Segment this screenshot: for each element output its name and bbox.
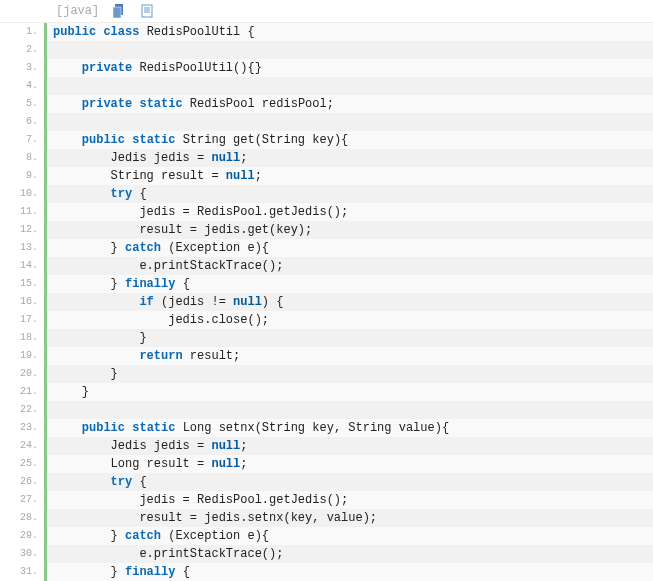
code-line: 17. jedis.close(); [0,311,653,329]
code-content: public static Long setnx(String key, Str… [47,419,449,437]
code-content: e.printStackTrace(); [47,545,283,563]
line-number: 1. [0,23,44,41]
code-content: } catch (Exception e){ [47,527,269,545]
code-lines: 1.public class RedisPoolUtil {2.3. priva… [0,23,653,581]
code-line: 12. result = jedis.get(key); [0,221,653,239]
code-content: private RedisPoolUtil(){} [47,59,262,77]
code-content: } [47,365,118,383]
code-line: 11. jedis = RedisPool.getJedis(); [0,203,653,221]
code-line: 13. } catch (Exception e){ [0,239,653,257]
line-number: 4. [0,77,44,95]
line-number: 10. [0,185,44,203]
code-content: return result; [47,347,240,365]
code-line: 8. Jedis jedis = null; [0,149,653,167]
code-content: if (jedis != null) { [47,293,283,311]
line-number: 15. [0,275,44,293]
code-line: 20. } [0,365,653,383]
code-line: 1.public class RedisPoolUtil { [0,23,653,41]
code-content [47,77,53,95]
code-content: private static RedisPool redisPool; [47,95,334,113]
code-line: 2. [0,41,653,59]
line-number: 18. [0,329,44,347]
code-line: 9. String result = null; [0,167,653,185]
code-content: jedis = RedisPool.getJedis(); [47,491,348,509]
code-content: Long result = null; [47,455,247,473]
code-content: jedis.close(); [47,311,269,329]
code-line: 23. public static Long setnx(String key,… [0,419,653,437]
code-line: 19. return result; [0,347,653,365]
code-content: try { [47,473,147,491]
line-number: 20. [0,365,44,383]
code-content: Jedis jedis = null; [47,149,247,167]
code-line: 6. [0,113,653,131]
code-line: 4. [0,77,653,95]
code-content: } finally { [47,563,190,581]
code-line: 29. } catch (Exception e){ [0,527,653,545]
code-content [47,113,53,131]
code-line: 22. [0,401,653,419]
line-number: 24. [0,437,44,455]
code-line: 26. try { [0,473,653,491]
line-number: 22. [0,401,44,419]
code-line: 28. result = jedis.setnx(key, value); [0,509,653,527]
code-content: } catch (Exception e){ [47,239,269,257]
line-number: 31. [0,563,44,581]
code-content: e.printStackTrace(); [47,257,283,275]
svg-rect-2 [142,5,152,17]
code-line: 16. if (jedis != null) { [0,293,653,311]
view-icon[interactable] [139,3,155,19]
code-line: 31. } finally { [0,563,653,581]
code-content: } [47,329,147,347]
line-number: 25. [0,455,44,473]
line-number: 29. [0,527,44,545]
line-number: 12. [0,221,44,239]
line-number: 19. [0,347,44,365]
code-content: jedis = RedisPool.getJedis(); [47,203,348,221]
code-line: 24. Jedis jedis = null; [0,437,653,455]
code-content [47,41,53,59]
line-number: 21. [0,383,44,401]
code-content: result = jedis.setnx(key, value); [47,509,377,527]
line-number: 9. [0,167,44,185]
line-number: 13. [0,239,44,257]
code-line: 18. } [0,329,653,347]
line-number: 23. [0,419,44,437]
line-number: 14. [0,257,44,275]
code-block: [java] 1.public class RedisPoolUtil {2.3… [0,0,653,581]
code-header: [java] [0,0,653,23]
line-number: 8. [0,149,44,167]
copy-icon[interactable] [111,3,127,19]
code-content: result = jedis.get(key); [47,221,312,239]
code-content: } finally { [47,275,190,293]
code-content: public class RedisPoolUtil { [47,23,255,41]
line-number: 6. [0,113,44,131]
line-number: 5. [0,95,44,113]
line-number: 26. [0,473,44,491]
line-number: 2. [0,41,44,59]
code-line: 21. } [0,383,653,401]
code-line: 10. try { [0,185,653,203]
code-line: 7. public static String get(String key){ [0,131,653,149]
code-content: Jedis jedis = null; [47,437,247,455]
line-number: 28. [0,509,44,527]
code-line: 30. e.printStackTrace(); [0,545,653,563]
code-line: 27. jedis = RedisPool.getJedis(); [0,491,653,509]
code-line: 14. e.printStackTrace(); [0,257,653,275]
line-number: 7. [0,131,44,149]
line-number: 3. [0,59,44,77]
line-number: 17. [0,311,44,329]
code-content: public static String get(String key){ [47,131,348,149]
svg-rect-1 [113,7,121,18]
code-line: 25. Long result = null; [0,455,653,473]
code-content [47,401,53,419]
code-line: 15. } finally { [0,275,653,293]
line-number: 27. [0,491,44,509]
code-line: 5. private static RedisPool redisPool; [0,95,653,113]
line-number: 30. [0,545,44,563]
line-number: 11. [0,203,44,221]
code-content: try { [47,185,147,203]
code-line: 3. private RedisPoolUtil(){} [0,59,653,77]
line-number: 16. [0,293,44,311]
language-label: [java] [56,4,99,18]
code-content: String result = null; [47,167,262,185]
